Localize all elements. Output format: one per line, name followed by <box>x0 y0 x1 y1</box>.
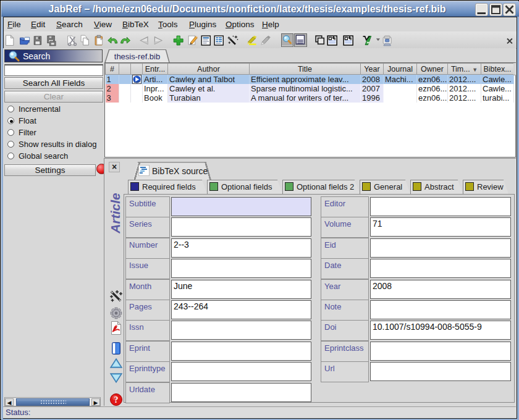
svg-text:?: ? <box>114 395 119 405</box>
